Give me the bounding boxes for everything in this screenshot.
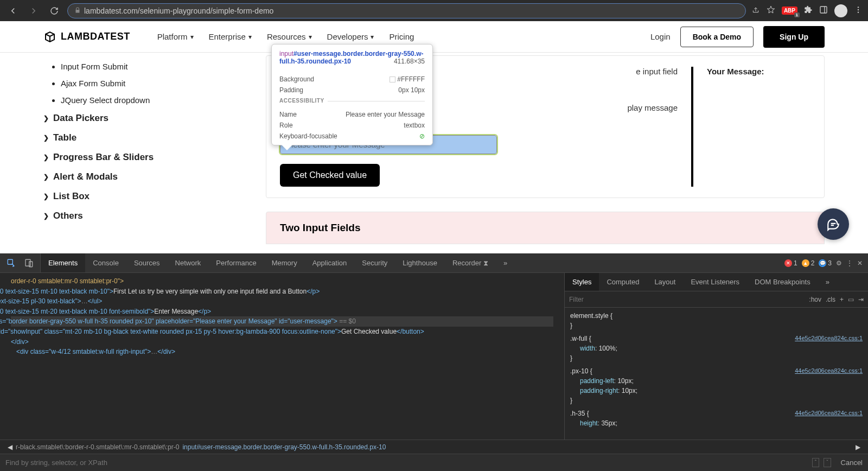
close-icon[interactable]: ✕ [857, 259, 863, 267]
svg-point-1 [858, 7, 859, 8]
book-demo-button[interactable]: Book a Demo [680, 27, 754, 47]
sidebar-item-ajax-form[interactable]: Ajax Form Submit [61, 75, 217, 92]
share-icon[interactable] [751, 5, 760, 16]
page-header: LAMBDATEST Platform▾ Enterprise▾ Resourc… [0, 21, 868, 53]
dom-breadcrumb[interactable]: ◀ r-black.smtablet\:border-r-0.smtablet\… [0, 440, 868, 454]
nav-pricing[interactable]: Pricing [389, 32, 414, 41]
reload-button[interactable] [47, 3, 62, 18]
signup-button[interactable]: Sign Up [763, 26, 825, 48]
breadcrumb-left-arrow[interactable]: ◀ [8, 443, 12, 451]
tab-performance[interactable]: Performance [208, 253, 264, 272]
tab-sources[interactable]: Sources [126, 253, 168, 272]
tab-more[interactable]: » [496, 253, 515, 272]
breadcrumb-right-arrow[interactable]: ▶ [856, 443, 860, 451]
tab-recorder[interactable]: Recorder ⧗ [445, 253, 496, 272]
back-button[interactable] [5, 3, 21, 18]
check-icon: ⊘ [419, 132, 425, 140]
info-badge[interactable]: 💬3 [819, 259, 832, 267]
warnings-badge[interactable]: ▲2 [802, 259, 815, 267]
beaker-icon: ⧗ [483, 259, 488, 268]
devtools: Elements Console Sources Network Perform… [0, 253, 868, 471]
tab-console[interactable]: Console [85, 253, 126, 272]
styles-pane: Styles Computed Layout Event Listeners D… [564, 273, 868, 440]
styles-tab-events[interactable]: Event Listeners [683, 273, 747, 291]
sidebar-cat-table[interactable]: ❯Table [43, 128, 217, 148]
sidebar-cat-listbox[interactable]: ❯List Box [43, 187, 217, 206]
tab-network[interactable]: Network [168, 253, 209, 272]
menu-icon[interactable] [854, 5, 863, 16]
tab-elements[interactable]: Elements [41, 253, 85, 272]
settings-icon[interactable]: ⚙ [836, 259, 842, 267]
chrome-actions: ABP1 [751, 4, 863, 17]
new-style-icon[interactable]: + [840, 296, 844, 303]
svg-rect-0 [820, 7, 827, 13]
find-cancel-button[interactable]: Cancel [841, 459, 863, 467]
styles-tab-dom-bp[interactable]: DOM Breakpoints [747, 273, 818, 291]
device-toolbar-icon[interactable] [22, 256, 36, 270]
profile-avatar[interactable] [834, 4, 847, 17]
styles-tab-computed[interactable]: Computed [599, 273, 647, 291]
nav-platform[interactable]: Platform▾ [157, 32, 194, 41]
sidebar-cat-alert[interactable]: ❯Alert & Modals [43, 167, 217, 187]
url-bar[interactable]: lambdatest.com/selenium-playground/simpl… [67, 3, 746, 18]
styles-rules[interactable]: element.style {}44e5c2d06cea824c.css:1.w… [565, 308, 868, 440]
breadcrumb-current[interactable]: input#user-message.border.border-gray-55… [182, 443, 386, 451]
get-checked-value-button[interactable]: Get Checked value [280, 164, 380, 187]
tab-application[interactable]: Application [305, 253, 355, 272]
styles-tab-layout[interactable]: Layout [647, 273, 683, 291]
sidebar-cat-others[interactable]: ❯Others [43, 206, 217, 226]
star-icon[interactable] [767, 5, 775, 16]
hov-toggle[interactable]: :hov [809, 296, 821, 303]
your-message-label: Your Message: [707, 67, 810, 76]
find-next-button[interactable]: ˇ [824, 458, 831, 467]
tooltip-tag: input [279, 50, 293, 58]
chevron-down-icon: ▾ [309, 33, 312, 41]
find-input[interactable] [5, 459, 812, 467]
tab-lighthouse[interactable]: Lighthouse [395, 253, 445, 272]
tooltip-dims: 411.68×35 [394, 58, 425, 65]
errors-badge[interactable]: ✕1 [784, 259, 797, 267]
chevron-right-icon: ❯ [43, 173, 49, 181]
svg-point-3 [858, 11, 859, 12]
chevron-right-icon: ❯ [43, 134, 49, 142]
styles-filter-input[interactable] [569, 296, 809, 303]
nav-enterprise[interactable]: Enterprise▾ [209, 32, 252, 41]
url-text: lambdatest.com/selenium-playground/simpl… [84, 7, 273, 15]
tab-memory[interactable]: Memory [264, 253, 305, 272]
login-link[interactable]: Login [650, 32, 671, 41]
find-prev-button[interactable]: ˆ [812, 458, 819, 467]
abp-extension-icon[interactable]: ABP1 [782, 7, 797, 15]
sidebar-item-jquery-select[interactable]: JQuery Select dropdown [61, 92, 217, 109]
cls-toggle[interactable]: .cls [826, 296, 835, 303]
chevron-right-icon: ❯ [43, 154, 49, 161]
logo[interactable]: LAMBDATEST [43, 30, 130, 43]
accessibility-label: ACCESSIBILITY [279, 98, 328, 104]
breadcrumb-parent[interactable]: r-black.smtablet\:border-r-0.smtablet\:m… [16, 443, 179, 451]
extensions-icon[interactable] [804, 5, 813, 16]
devtools-tab-bar: Elements Console Sources Network Perform… [0, 253, 868, 273]
svg-point-2 [858, 9, 859, 10]
inspect-element-icon[interactable] [4, 256, 18, 270]
element-inspect-tooltip: input#user-message.border.border-gray-55… [271, 44, 433, 145]
computed-sidebar-icon[interactable]: ▭ [848, 296, 854, 303]
sidebar-item-input-form[interactable]: Input Form Submit [61, 58, 217, 75]
collapse-icon[interactable]: ⇥ [858, 296, 864, 303]
nav-resources[interactable]: Resources▾ [267, 32, 312, 41]
page-content: Input Form Submit Ajax Form Submit JQuer… [0, 53, 868, 253]
nav-developers[interactable]: Developers▾ [327, 32, 374, 41]
sidebar-cat-data-pickers[interactable]: ❯Data Pickers [43, 109, 217, 128]
forward-button[interactable] [26, 3, 41, 18]
dom-tree[interactable]: order-r-0 smtablet:mr-0 smtablet:pr-0"> … [0, 273, 564, 440]
chat-bubble-button[interactable] [818, 208, 849, 240]
styles-tab-more[interactable]: » [818, 273, 837, 291]
two-input-fields-header: Two Input Fields [266, 212, 825, 244]
chevron-down-icon: ▾ [371, 33, 374, 41]
sidebar-cat-progress[interactable]: ❯Progress Bar & Sliders [43, 148, 217, 167]
chevron-down-icon: ▾ [248, 33, 252, 41]
chevron-right-icon: ❯ [43, 212, 49, 220]
more-icon[interactable]: ⋮ [846, 259, 853, 267]
tab-security[interactable]: Security [354, 253, 395, 272]
chevron-right-icon: ❯ [43, 193, 49, 200]
styles-tab-styles[interactable]: Styles [565, 273, 599, 291]
panel-icon[interactable] [819, 5, 828, 16]
